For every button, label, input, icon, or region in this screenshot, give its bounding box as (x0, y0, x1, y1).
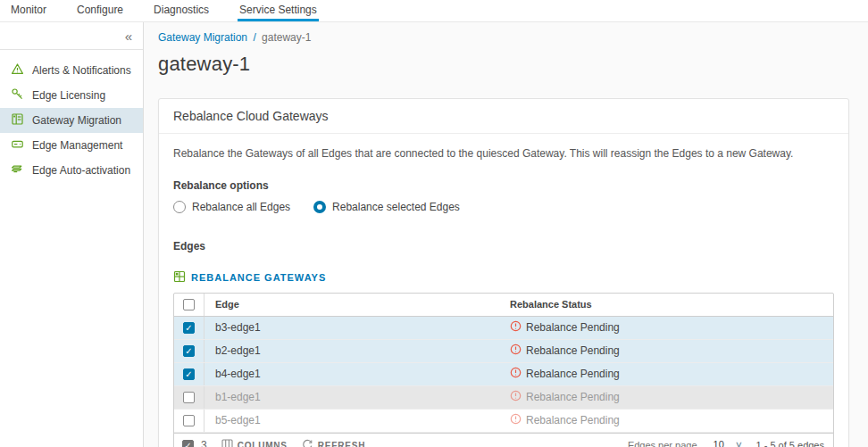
column-header-rebalance-status: Rebalance Status (503, 294, 833, 316)
sidebar: « Alerts & Notifications (0, 22, 144, 447)
status-text: Rebalance Pending (526, 391, 620, 403)
breadcrumb: Gateway Migration / gateway-1 (158, 29, 868, 44)
selected-count: 3 (201, 439, 207, 447)
selection-indicator-checkbox[interactable] (182, 440, 194, 447)
table-row[interactable]: b4-edge1 Rebalance Pending (174, 363, 833, 386)
radio-label: Rebalance all Edges (192, 201, 290, 213)
breadcrumb-current: gateway-1 (262, 31, 311, 44)
table-row[interactable]: b1-edge1 Rebalance Pending (174, 386, 833, 410)
radio-label: Rebalance selected Edges (332, 201, 460, 213)
refresh-button[interactable]: REFRESH (302, 439, 365, 447)
tab-configure[interactable]: Configure (75, 0, 125, 21)
sidebar-collapse-icon[interactable]: « (125, 29, 132, 43)
column-header-edge: Edge (204, 294, 503, 316)
edge-name-cell: b4-edge1 (204, 363, 503, 385)
edges-per-page-label: Edges per page (628, 440, 697, 447)
select-all-checkbox[interactable] (183, 299, 195, 310)
columns-icon (221, 439, 233, 447)
card-description: Rebalance the Gateways of all Edges that… (173, 146, 834, 161)
radio-unselected-icon[interactable] (173, 201, 186, 213)
sidebar-item-edge-management[interactable]: Edge Management (0, 133, 143, 158)
status-text: Rebalance Pending (526, 414, 620, 426)
alert-triangle-icon (11, 62, 24, 79)
sidebar-item-label: Edge Management (32, 139, 122, 152)
columns-button[interactable]: COLUMNS (221, 439, 288, 447)
tab-monitor[interactable]: Monitor (9, 0, 48, 21)
sidebar-item-alerts-notifications[interactable]: Alerts & Notifications (0, 58, 143, 83)
refresh-icon (302, 439, 313, 447)
columns-label: COLUMNS (238, 441, 288, 447)
radio-rebalance-all-edges[interactable]: Rebalance all Edges (173, 201, 290, 213)
sidebar-item-label: Edge Licensing (32, 89, 105, 102)
row-checkbox[interactable] (183, 415, 195, 426)
tab-service-settings[interactable]: Service Settings (238, 0, 319, 21)
rebalance-gateways-icon (173, 270, 186, 285)
page-title: gateway-1 (158, 53, 868, 76)
sidebar-item-edge-licensing[interactable]: Edge Licensing (0, 83, 143, 108)
table-footer: 3 COLUMNS (174, 433, 833, 447)
warning-circle-icon (510, 390, 522, 404)
sidebar-item-label: Alerts & Notifications (32, 64, 131, 77)
edges-section-label: Edges (173, 240, 834, 252)
row-checkbox[interactable] (183, 322, 195, 334)
status-text: Rebalance Pending (526, 368, 620, 380)
sidebar-item-gateway-migration[interactable]: Gateway Migration (0, 108, 143, 133)
row-checkbox[interactable] (183, 345, 195, 357)
edges-per-page-select[interactable]: 10 ∨ (710, 438, 744, 447)
table-row[interactable]: b2-edge1 Rebalance Pending (174, 340, 833, 363)
status-cell: Rebalance Pending (503, 386, 833, 409)
warning-circle-icon (510, 367, 522, 381)
main-nav: Monitor Configure Diagnostics Service Se… (0, 0, 868, 22)
table-header-row: Edge Rebalance Status (174, 294, 833, 317)
rebalance-options-label: Rebalance options (173, 179, 834, 192)
radio-rebalance-selected-edges[interactable]: Rebalance selected Edges (313, 201, 460, 213)
status-cell: Rebalance Pending (503, 410, 833, 432)
rebalance-options-group: Rebalance all Edges Rebalance selected E… (173, 201, 834, 213)
per-page-value: 10 (714, 439, 724, 447)
edge-name-cell: b1-edge1 (204, 386, 503, 409)
sidebar-header: « (0, 22, 143, 50)
status-cell: Rebalance Pending (503, 340, 833, 362)
row-checkbox[interactable] (183, 368, 195, 380)
warning-circle-icon (510, 413, 522, 427)
edges-table: Edge Rebalance Status b3-edge1 (173, 293, 834, 447)
tab-diagnostics[interactable]: Diagnostics (152, 0, 211, 21)
rebalance-gateways-button[interactable]: REBALANCE GATEWAYS (173, 270, 326, 285)
warning-circle-icon (510, 320, 522, 335)
sidebar-item-edge-auto-activation[interactable]: Edge Auto-activation (0, 158, 143, 183)
edge-name-cell: b2-edge1 (204, 340, 503, 362)
status-text: Rebalance Pending (526, 344, 620, 357)
rebalance-card: Rebalance Cloud Gateways Rebalance the G… (158, 98, 849, 447)
status-cell: Rebalance Pending (503, 317, 833, 339)
sidebar-item-label: Edge Auto-activation (32, 164, 130, 177)
sidebar-item-label: Gateway Migration (32, 114, 121, 127)
edge-name-cell: b3-edge1 (204, 317, 503, 339)
status-cell: Rebalance Pending (503, 363, 833, 385)
breadcrumb-separator: / (253, 31, 255, 44)
chevron-down-icon: ∨ (735, 440, 743, 447)
key-icon (11, 87, 24, 103)
rebalance-gateways-label: REBALANCE GATEWAYS (191, 272, 326, 283)
pagination-range: 1 - 5 of 5 edges (756, 440, 824, 447)
status-text: Rebalance Pending (526, 321, 620, 334)
table-row[interactable]: b5-edge1 Rebalance Pending (174, 410, 833, 433)
card-title: Rebalance Cloud Gateways (159, 99, 848, 134)
gateway-migration-icon (11, 112, 24, 128)
edge-name-cell: b5-edge1 (204, 410, 503, 432)
breadcrumb-link-gateway-migration[interactable]: Gateway Migration (158, 31, 247, 44)
refresh-label: REFRESH (318, 441, 365, 447)
radio-selected-icon[interactable] (313, 201, 326, 213)
row-checkbox[interactable] (183, 392, 195, 403)
main-content: Gateway Migration / gateway-1 gateway-1 … (144, 22, 868, 447)
edge-management-icon (11, 137, 24, 153)
auto-activation-icon (11, 162, 24, 178)
warning-circle-icon (510, 344, 522, 358)
table-row[interactable]: b3-edge1 Rebalance Pending (174, 317, 833, 340)
